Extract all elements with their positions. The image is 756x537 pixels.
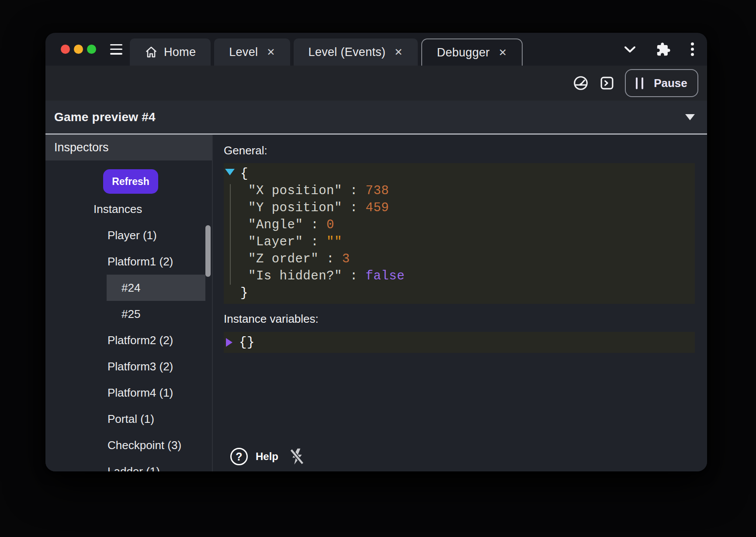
minimize-window-button[interactable]: [74, 45, 83, 54]
instance-variables-label: Instance variables:: [224, 311, 695, 327]
tab-home[interactable]: Home: [130, 38, 211, 66]
speedometer-icon: [572, 75, 589, 91]
instances-tree-item-label: Checkpoint (3): [45, 439, 181, 452]
json-colon: :: [319, 252, 342, 266]
json-colon: :: [303, 235, 326, 249]
question-mark-icon: ?: [230, 448, 248, 465]
titlebar: Home Level ✕ Level (Events) ✕ Debugger ✕: [45, 33, 707, 66]
json-value: 738: [366, 184, 389, 198]
json-key: "Angle": [248, 218, 303, 232]
overflow-menu-button[interactable]: [691, 42, 694, 56]
instances-tree: Instances Player (1) Platform1 (2) #24 #…: [45, 196, 212, 471]
desktop-background: Home Level ✕ Level (Events) ✕ Debugger ✕: [0, 0, 756, 537]
json-key: "Y position": [248, 201, 342, 215]
pause-button-label: Pause: [654, 77, 687, 90]
game-preview-selector[interactable]: Game preview #4: [45, 101, 707, 133]
json-property-row: "Y position" : 459: [224, 199, 695, 216]
instances-tree-item-label: Platform3 (2): [45, 360, 173, 373]
titlebar-actions: [624, 33, 694, 66]
instances-tree-item-player-1-[interactable]: Player (1): [45, 222, 212, 248]
instances-tree-item-platform4-1-[interactable]: Platform4 (1): [45, 380, 212, 406]
close-window-button[interactable]: [61, 45, 70, 54]
json-property-row: "X position" : 738: [224, 182, 695, 199]
instances-tree-item-ladder-1-[interactable]: Ladder (1): [45, 458, 212, 471]
instances-tree-item-instances[interactable]: Instances: [45, 196, 212, 222]
instances-tree-item-label: #24: [45, 281, 140, 295]
instances-tree-item-label: Instances: [45, 202, 142, 216]
instances-tree-item-checkpoint-3-[interactable]: Checkpoint (3): [45, 432, 212, 458]
pause-icon: [636, 77, 643, 89]
extensions-button[interactable]: [656, 42, 671, 57]
json-property-row: "Layer" : "": [224, 234, 695, 251]
help-row: ? Help: [230, 447, 305, 466]
instances-tree-item-label: Platform4 (1): [45, 386, 173, 400]
inspectors-header-label: Inspectors: [54, 141, 109, 154]
instances-tree-item-#25[interactable]: #25: [45, 301, 212, 327]
general-json-viewer: { "X position" : 738 "Y position" : 459 …: [224, 163, 695, 304]
profiler-button[interactable]: [572, 75, 589, 91]
json-property-row: "Angle" : 0: [224, 216, 695, 234]
tab-debugger[interactable]: Debugger ✕: [421, 38, 523, 66]
collapse-tabs-button[interactable]: [624, 45, 636, 53]
instances-tree-item-label: #25: [45, 307, 140, 321]
pause-button[interactable]: Pause: [625, 69, 698, 97]
instances-tree-item-label: Ladder (1): [45, 465, 160, 472]
json-property-row: "Z order" : 3: [224, 251, 695, 268]
console-button[interactable]: [600, 77, 614, 90]
tab-close-icon[interactable]: ✕: [392, 47, 402, 57]
refresh-button[interactable]: Refresh: [103, 169, 158, 194]
app-window: Home Level ✕ Level (Events) ✕ Debugger ✕: [45, 33, 707, 471]
json-value: 3: [342, 252, 350, 266]
tab-level[interactable]: Level ✕: [214, 38, 290, 66]
json-value: 0: [326, 218, 334, 232]
disable-autofocus-button[interactable]: [288, 447, 305, 466]
tab-label: Debugger: [437, 46, 490, 59]
tab-level-events-[interactable]: Level (Events) ✕: [294, 38, 418, 66]
sidebar-scrollbar-thumb[interactable]: [205, 225, 211, 277]
json-key: "Z order": [248, 252, 319, 266]
inspectors-sidebar: Inspectors Refresh Instances Player (1) …: [45, 135, 212, 471]
general-section-label: General:: [224, 143, 695, 158]
tab-label: Level: [229, 45, 258, 59]
zoom-window-button[interactable]: [87, 45, 96, 54]
debugger-body: Inspectors Refresh Instances Player (1) …: [45, 135, 707, 471]
chevron-down-icon: [624, 45, 636, 53]
json-colon: :: [342, 269, 366, 283]
instances-tree-item-portal-1-[interactable]: Portal (1): [45, 406, 212, 432]
tab-close-icon[interactable]: ✕: [496, 48, 507, 58]
json-value: "": [326, 235, 342, 249]
main-menu-button[interactable]: [110, 44, 122, 55]
json-value: 459: [366, 201, 389, 215]
empty-object-value: {}: [232, 335, 255, 350]
inspector-content: General: { "X position" : 738 "Y positio…: [213, 135, 707, 471]
flash-off-icon: [288, 447, 305, 466]
tab-close-icon[interactable]: ✕: [264, 47, 275, 57]
tab-bar: Home Level ✕ Level (Events) ✕ Debugger ✕: [130, 38, 523, 66]
collapsed-node-icon[interactable]: [226, 338, 232, 347]
game-preview-title: Game preview #4: [54, 110, 156, 124]
traffic-lights: [45, 45, 96, 54]
home-icon: [145, 45, 158, 59]
json-key: "Is hidden?": [248, 269, 342, 283]
json-colon: :: [342, 184, 366, 198]
json-value: false: [366, 269, 405, 283]
json-colon: :: [303, 218, 326, 232]
instances-tree-item-platform1-2-[interactable]: Platform1 (2): [45, 248, 212, 275]
instances-tree-item-platform2-2-[interactable]: Platform2 (2): [45, 327, 212, 353]
expanded-node-icon[interactable]: [225, 169, 235, 175]
instances-tree-item-#24[interactable]: #24: [45, 275, 212, 301]
help-button[interactable]: ? Help: [230, 448, 278, 465]
console-icon: [600, 77, 614, 90]
puzzle-icon: [656, 42, 671, 57]
tab-label: Home: [164, 45, 196, 59]
instances-tree-item-label: Platform2 (2): [45, 334, 173, 347]
tree-guide-line: [230, 184, 231, 285]
close-brace: }: [224, 286, 248, 300]
instances-tree-item-platform3-2-[interactable]: Platform3 (2): [45, 353, 212, 380]
debugger-toolbar: Pause: [45, 66, 707, 101]
json-key: "Layer": [248, 235, 303, 249]
instances-tree-item-label: Platform1 (2): [45, 255, 173, 268]
instances-tree-item-label: Player (1): [45, 229, 157, 242]
dropdown-caret-icon: [685, 114, 695, 120]
instances-tree-item-label: Portal (1): [45, 412, 154, 426]
